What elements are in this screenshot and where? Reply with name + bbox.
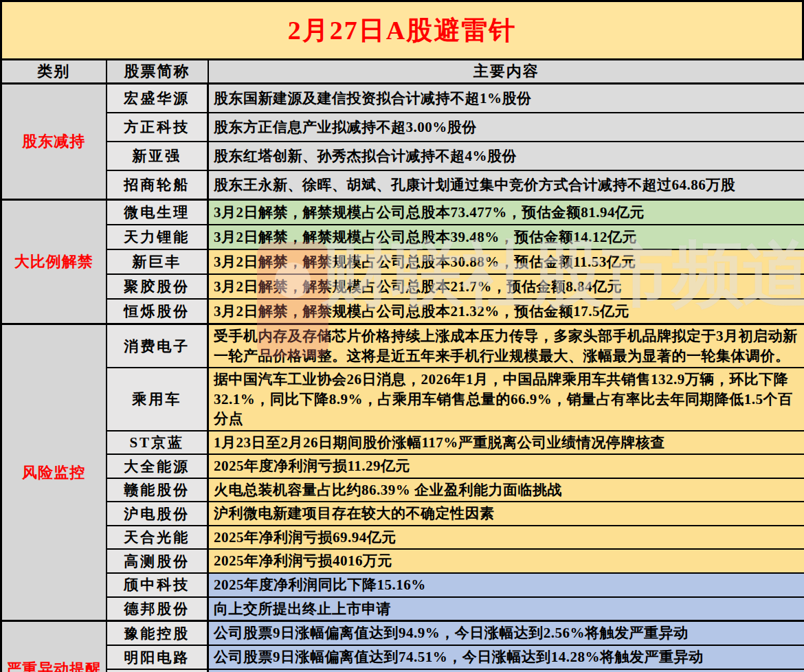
table-row: 恒烁股份3月2日解禁，解禁规模占公司总股本21.32%，预估金额17.5亿元 — [1, 299, 804, 324]
content-cell: 2025年净利润亏损69.94亿元 — [208, 526, 804, 550]
content-cell: 沪利微电新建项目存在较大的不确定性因素 — [208, 502, 804, 526]
table-row: 赣能股份火电总装机容量占比约86.39% 企业盈利能力面临挑战 — [1, 478, 804, 502]
content-cell: 受手机内存及存储芯片价格持续上涨成本压力传导，多家头部手机品牌拟定于3月初启动新… — [208, 324, 804, 368]
stock-name-cell: 高测股份 — [107, 549, 208, 573]
content-cell: 公司股票9日涨幅偏离值达到74.51%，今日涨幅达到14.28%将触发严重异动 — [208, 645, 804, 669]
content-cell: 3月2日解禁，解禁规模占公司总股本39.48%，预估金额14.12亿元 — [208, 225, 804, 249]
table-row: 大全能源2025年度净利润亏损11.29亿元 — [1, 454, 804, 478]
stock-name-cell: 豫能控股 — [107, 621, 208, 646]
table-row: 严重异动提醒豫能控股公司股票9日涨幅偏离值达到94.9%，今日涨幅达到2.56%… — [1, 621, 804, 646]
stock-name-cell: 明阳电路 — [107, 645, 208, 669]
table-row: 大比例解禁微电生理3月2日解禁，解禁规模占公司总股本73.477%，预估金额81… — [1, 200, 804, 225]
stock-name-cell: 消费电子 — [107, 324, 208, 368]
content-cell: 3月2日解禁，解禁规模占公司总股本30.88%，预估金额11.53亿元 — [208, 249, 804, 274]
header-row: 类别 股票简称 主要内容 — [1, 60, 804, 84]
header-category: 类别 — [1, 60, 107, 84]
stock-name-cell: 招商轮船 — [107, 170, 208, 200]
table-row: 德邦股份向上交所提出终止上市申请 — [1, 597, 804, 621]
table-body: 股东减持宏盛华源股东国新建源及建信投资拟合计减持不超1%股份方正科技股东方正信息… — [1, 84, 804, 672]
stock-name-cell: 新巨丰 — [107, 249, 208, 274]
table-row: 股东减持宏盛华源股东国新建源及建信投资拟合计减持不超1%股份 — [1, 84, 804, 113]
content-cell: 股东方正信息产业拟减持不超3.00%股份 — [208, 113, 804, 142]
stock-name-cell: 赣能股份 — [107, 478, 208, 502]
content-cell: 1月23日至2月26日期间股价涨幅117%严重脱离公司业绩情况停牌核查 — [208, 431, 804, 455]
table-row: 乘用车据中国汽车工业协会26日消息，2026年1月，中国品牌乘用车共销售132.… — [1, 368, 804, 431]
category-cell: 风险监控 — [1, 324, 107, 621]
stock-name-cell: 恒烁股份 — [107, 299, 208, 324]
content-cell: 2025年度净利润同比下降15.16% — [208, 573, 804, 597]
stock-name-cell: 天合光能 — [107, 526, 208, 550]
content-cell: 股东王永新、徐晖、胡斌、孔康计划通过集中竞价方式合计减持不超过64.86万股 — [208, 170, 804, 200]
table-row: 方正科技股东方正信息产业拟减持不超3.00%股份 — [1, 113, 804, 142]
table-row: 风险监控消费电子受手机内存及存储芯片价格持续上涨成本压力传导，多家头部手机品牌拟… — [1, 324, 804, 368]
table-row: 颀中科技2025年度净利润同比下降15.16% — [1, 573, 804, 597]
header-stock-name: 股票简称 — [107, 60, 208, 84]
table-row: 天合光能2025年净利润亏损69.94亿元 — [1, 526, 804, 550]
risk-alert-table: 类别 股票简称 主要内容 股东减持宏盛华源股东国新建源及建信投资拟合计减持不超1… — [0, 58, 804, 672]
content-cell: 3月2日解禁，解禁规模占公司总股本21.32%，预估金额17.5亿元 — [208, 299, 804, 324]
content-cell: 公司股票9日涨幅偏离值达到94.9%，今日涨幅达到2.56%将触发严重异动 — [208, 621, 804, 646]
content-cell: 向上交所提出终止上市申请 — [208, 597, 804, 621]
stock-name-cell: 德邦股份 — [107, 597, 208, 621]
stock-name-cell: 宏盛华源 — [107, 84, 208, 113]
table-row: 明阳电路公司股票9日涨幅偏离值达到74.51%，今日涨幅达到14.28%将触发严… — [1, 645, 804, 669]
content-cell: 股东红塔创新、孙秀杰拟合计减持不超4%股份 — [208, 142, 804, 170]
table-row: 新亚强股东红塔创新、孙秀杰拟合计减持不超4%股份 — [1, 142, 804, 170]
content-cell: 2025年净利润亏损4016万元 — [208, 549, 804, 573]
content-cell: 2025年度净利润亏损11.29亿元 — [208, 454, 804, 478]
stock-name-cell: 国际复材 — [107, 669, 208, 672]
stock-name-cell: 天力锂能 — [107, 225, 208, 249]
table-row: 高测股份2025年净利润亏损4016万元 — [1, 549, 804, 573]
table-row: 招商轮船股东王永新、徐晖、胡斌、孔康计划通过集中竞价方式合计减持不超过64.86… — [1, 170, 804, 200]
stock-name-cell: 聚胶股份 — [107, 274, 208, 299]
stock-name-cell: 微电生理 — [107, 200, 208, 225]
content-cell: 据中国汽车工业协会26日消息，2026年1月，中国品牌乘用车共销售132.9万辆… — [208, 368, 804, 431]
content-cell: 公司股票8日涨幅偏离值达到68.51%，今日涨幅达到18.23%将触发严重异动 — [208, 669, 804, 672]
stock-name-cell: 沪电股份 — [107, 502, 208, 526]
stock-name-cell: ST京蓝 — [107, 431, 208, 455]
page-title: 2月27日A股避雷针 — [288, 13, 516, 48]
table-row: 国际复材公司股票8日涨幅偏离值达到68.51%，今日涨幅达到18.23%将触发严… — [1, 669, 804, 672]
table-row: 天力锂能3月2日解禁，解禁规模占公司总股本39.48%，预估金额14.12亿元 — [1, 225, 804, 249]
category-cell: 严重异动提醒 — [1, 621, 107, 672]
content-cell: 3月2日解禁，解禁规模占公司总股本73.477%，预估金额81.94亿元 — [208, 200, 804, 225]
content-cell: 3月2日解禁，解禁规模占公司总股本21.7%，预估金额8.84亿元 — [208, 274, 804, 299]
table-row: 沪电股份沪利微电新建项目存在较大的不确定性因素 — [1, 502, 804, 526]
stock-name-cell: 乘用车 — [107, 368, 208, 431]
stock-name-cell: 颀中科技 — [107, 573, 208, 597]
stock-name-cell: 新亚强 — [107, 142, 208, 170]
content-cell: 火电总装机容量占比约86.39% 企业盈利能力面临挑战 — [208, 478, 804, 502]
category-cell: 大比例解禁 — [1, 200, 107, 324]
table-row: 聚胶股份3月2日解禁，解禁规模占公司总股本21.7%，预估金额8.84亿元 — [1, 274, 804, 299]
risk-alert-table-page: 2月27日A股避雷针 类别 股票简称 主要内容 股东减持宏盛华源股东国新建源及建… — [0, 0, 804, 672]
title-bar: 2月27日A股避雷针 — [0, 0, 804, 58]
table-row: ST京蓝1月23日至2月26日期间股价涨幅117%严重脱离公司业绩情况停牌核查 — [1, 431, 804, 455]
stock-name-cell: 大全能源 — [107, 454, 208, 478]
table-row: 新巨丰3月2日解禁，解禁规模占公司总股本30.88%，预估金额11.53亿元 — [1, 249, 804, 274]
category-cell: 股东减持 — [1, 84, 107, 200]
content-cell: 股东国新建源及建信投资拟合计减持不超1%股份 — [208, 84, 804, 113]
stock-name-cell: 方正科技 — [107, 113, 208, 142]
header-main-content: 主要内容 — [208, 60, 804, 84]
